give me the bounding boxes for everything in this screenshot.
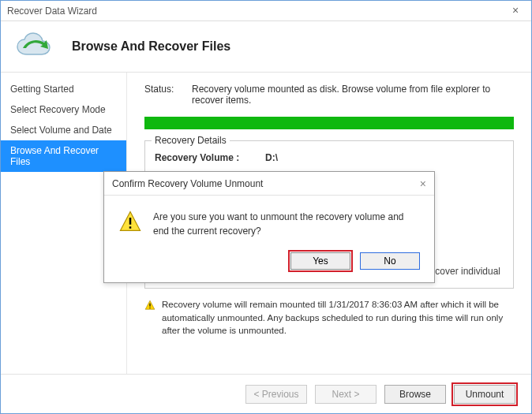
confirm-unmount-dialog: Confirm Recovery Volume Unmount × Are yo…	[103, 171, 435, 283]
window-title: Recover Data Wizard	[7, 6, 97, 17]
browse-button[interactable]: Browse	[384, 385, 446, 404]
dialog-close-icon[interactable]: ×	[420, 177, 426, 190]
warning-icon	[118, 210, 142, 233]
wizard-footer: < Previous Next > Browse Unmount	[1, 374, 531, 413]
recovery-volume-label: Recovery Volume :	[155, 152, 257, 163]
dialog-yes-button[interactable]: Yes	[290, 252, 350, 270]
sidebar-item-select-mode[interactable]: Select Recovery Mode	[1, 99, 126, 120]
dialog-title: Confirm Recovery Volume Unmount	[112, 178, 263, 189]
group-title: Recovery Details	[152, 135, 230, 146]
svg-rect-1	[149, 308, 150, 308]
svg-rect-2	[129, 218, 132, 225]
wizard-header: Browse And Recover Files	[1, 21, 531, 73]
status-label: Status:	[144, 84, 181, 106]
unmount-button[interactable]: Unmount	[454, 385, 515, 404]
page-title: Browse And Recover Files	[72, 39, 230, 54]
note-text: Recovery volume will remain mounted till…	[162, 298, 514, 338]
mount-expiry-note: Recovery volume will remain mounted till…	[144, 298, 514, 338]
dialog-message: Are you sure you want to unmount the rec…	[153, 210, 420, 238]
sidebar-item-select-volume-date[interactable]: Select Volume and Date	[1, 120, 126, 140]
dialog-no-button[interactable]: No	[360, 252, 420, 270]
warning-icon	[144, 300, 155, 338]
status-text: Recovery volume mounted as disk. Browse …	[192, 84, 514, 106]
close-icon[interactable]: ×	[504, 2, 526, 18]
svg-rect-3	[129, 226, 132, 229]
previous-button: < Previous	[245, 385, 307, 404]
sidebar-item-getting-started[interactable]: Getting Started	[1, 79, 126, 99]
titlebar: Recover Data Wizard ×	[1, 1, 531, 21]
next-button: Next >	[315, 385, 377, 404]
sidebar-item-browse-recover[interactable]: Browse And Recover Files	[1, 140, 126, 172]
progress-bar	[144, 117, 514, 129]
wizard-window: Recover Data Wizard × Browse And Recover…	[0, 0, 532, 414]
recovery-volume-value: D:\	[265, 152, 278, 163]
cloud-recover-icon	[15, 32, 58, 61]
svg-rect-0	[149, 304, 150, 307]
